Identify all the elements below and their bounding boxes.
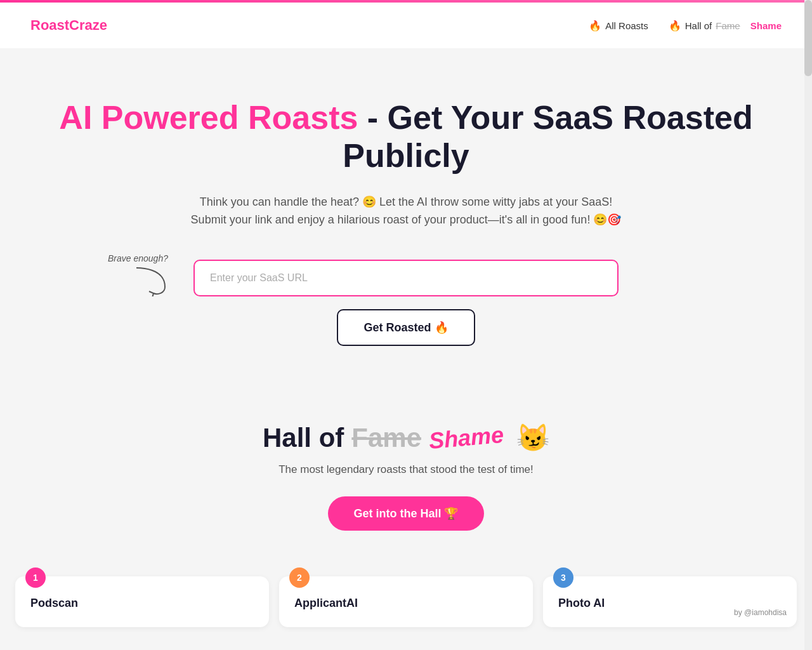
card-3: 3 Photo AI by @iamohdisa — [543, 576, 797, 627]
card-1: 1 Podscan — [15, 576, 269, 627]
hero-title-highlight: AI Powered Roasts — [59, 99, 358, 136]
hero-section: AI Powered Roasts - Get Your SaaS Roaste… — [0, 48, 812, 384]
card-badge-2: 2 — [289, 567, 310, 588]
card-badge-3: 3 — [553, 567, 573, 588]
nav-hall-prefix: Hall of — [685, 20, 712, 31]
get-roasted-label: Get Roasted 🔥 — [363, 321, 448, 335]
hall-title-shame: Shame — [428, 421, 504, 454]
flame-icon-hall: 🔥 — [669, 20, 681, 32]
brave-arrow-icon — [133, 265, 168, 296]
saas-url-input[interactable] — [193, 260, 619, 296]
scrollbar[interactable] — [804, 0, 812, 650]
logo[interactable]: RoastCraze — [30, 17, 107, 34]
hero-subtitle-line1: Think you can handle the heat? 😊 Let the… — [200, 196, 612, 208]
input-wrapper: Brave enough? — [184, 260, 628, 296]
hero-title: AI Powered Roasts - Get Your SaaS Roaste… — [30, 99, 782, 175]
card-name-2: ApplicantAI — [294, 597, 518, 610]
nav-hall-fame: Fame — [716, 20, 740, 31]
hall-section: Hall of Fame Shame 😼 The most legendary … — [0, 384, 812, 556]
hall-shame-badge: Shame — [429, 425, 504, 451]
get-into-hall-label: Get into the Hall 🏆 — [353, 507, 458, 521]
header: RoastCraze 🔥 All Roasts 🔥 Hall of Fame S… — [0, 3, 812, 48]
shame-emoji-icon: 😼 — [516, 422, 549, 453]
card-name-1: Podscan — [30, 597, 254, 610]
hall-title-fame: Fame — [351, 423, 421, 453]
navigation: 🔥 All Roasts 🔥 Hall of Fame Shame — [589, 20, 782, 32]
nav-hall[interactable]: 🔥 Hall of Fame Shame — [669, 20, 782, 32]
nav-all-roasts-label: All Roasts — [605, 20, 648, 31]
get-into-hall-button[interactable]: Get into the Hall 🏆 — [328, 496, 483, 531]
brave-label: Brave enough? — [108, 253, 168, 263]
hero-subtitle: Think you can handle the heat? 😊 Let the… — [184, 193, 628, 230]
hall-title-wrapper: Hall of Fame Shame 😼 — [30, 422, 782, 453]
cards-section: 1 Podscan 2 ApplicantAI 3 Photo AI by @i… — [0, 556, 812, 627]
hero-title-rest: - Get Your SaaS Roasted Publicly — [343, 99, 752, 174]
card-by-label-3: by @iamohdisa — [734, 608, 787, 617]
card-badge-1: 1 — [25, 567, 46, 588]
get-roasted-button[interactable]: Get Roasted 🔥 — [337, 309, 475, 346]
nav-all-roasts[interactable]: 🔥 All Roasts — [589, 20, 648, 32]
hall-description: The most legendary roasts that stood the… — [30, 463, 782, 476]
hero-subtitle-line2: Submit your link and enjoy a hilarious r… — [191, 213, 622, 226]
input-section: Brave enough? Get Roasted 🔥 — [30, 260, 782, 346]
flame-icon-allroasts: 🔥 — [589, 20, 601, 32]
card-2: 2 ApplicantAI — [279, 576, 533, 627]
nav-hall-shame: Shame — [750, 20, 782, 31]
scrollbar-thumb[interactable] — [804, 0, 812, 76]
hall-title-prefix: Hall of — [263, 423, 344, 453]
